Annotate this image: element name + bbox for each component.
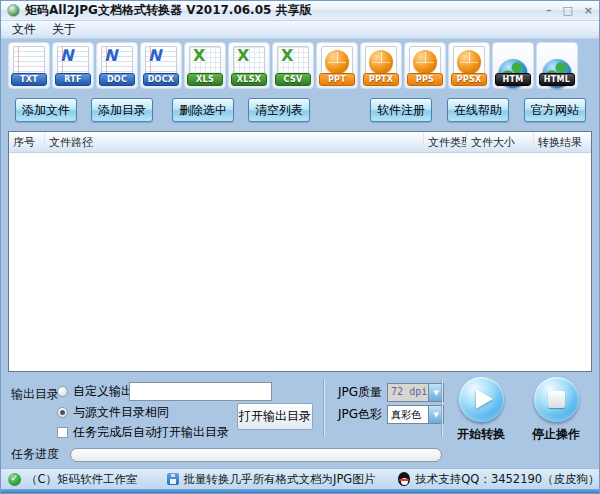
radio-same-directory[interactable] (57, 407, 68, 418)
separator (323, 379, 324, 437)
format-label: PPTX (363, 73, 399, 86)
file-list-body[interactable] (9, 153, 591, 371)
jpg-color-value: 真彩色 (388, 406, 428, 423)
format-label: HTML (539, 73, 575, 86)
format-label: PPS (407, 73, 443, 86)
start-convert-label: 开始转换 (457, 426, 505, 443)
description-text: 批量转换几乎所有格式文档为JPG图片 (184, 472, 376, 487)
format-label: PPSX (451, 73, 487, 86)
jpg-quality-value: 72 dpi (388, 384, 428, 401)
stop-operation-button[interactable] (534, 377, 579, 422)
file-list-table[interactable]: 序号 文件路径 文件类型 文件大小 转换结果 (8, 131, 592, 372)
support-text: 技术支持QQ：3452190（皮皮狗） (415, 472, 599, 487)
status-support: 技术支持QQ：3452190（皮皮狗） (398, 472, 599, 487)
settings-strip: 输出目录 自定义输出目录 与源文件目录相同 任务完成后自动打开输出目录 打开输出… (1, 372, 599, 444)
format-button-pps[interactable]: PPS (404, 42, 446, 89)
check-badge-icon (8, 473, 21, 486)
radio-custom-output[interactable] (57, 386, 68, 397)
format-glyph: N (60, 47, 73, 65)
list-action-group: 添加文件 添加目录 删除选中 清空列表 (15, 98, 310, 122)
format-button-pptx[interactable]: PPTX (360, 42, 402, 89)
jpg-color-dropdown[interactable]: 真彩色 ▼ (387, 405, 444, 424)
format-label: XLSX (231, 73, 267, 86)
output-directory-label: 输出目录 (11, 386, 59, 403)
format-label: HTM (495, 73, 531, 86)
menu-about[interactable]: 关于 (44, 20, 84, 39)
auto-open-checkbox-row[interactable]: 任务完成后自动打开输出目录 (57, 424, 229, 441)
online-help-button[interactable]: 在线帮助 (447, 98, 509, 122)
jpg-color-label: JPG色彩 (338, 406, 382, 423)
status-description: 批量转换几乎所有格式文档为JPG图片 (167, 472, 376, 487)
window-controls: – □ × (546, 5, 593, 16)
format-label: TXT (11, 73, 47, 86)
format-button-ppt[interactable]: PPT (316, 42, 358, 89)
custom-output-path-input[interactable] (129, 382, 272, 401)
file-list-header: 序号 文件路径 文件类型 文件大小 转换结果 (9, 132, 591, 153)
jpg-quality-dropdown[interactable]: 72 dpi ▼ (387, 383, 444, 402)
column-header-type[interactable]: 文件类型 (424, 132, 467, 152)
format-toolbar: TXT N RTF N DOC N DOCX X XLS X XLSX X CS… (1, 39, 599, 91)
format-glyph: X (237, 47, 249, 65)
app-icon (7, 4, 20, 17)
stop-icon (548, 391, 565, 408)
add-file-button[interactable]: 添加文件 (15, 98, 77, 122)
auto-open-checkbox-label: 任务完成后自动打开输出目录 (73, 424, 229, 441)
maximize-icon[interactable]: □ (562, 5, 572, 16)
window-title: 矩码All2JPG文档格式转换器 V2017.06.05 共享版 (25, 2, 312, 19)
same-directory-radio-row[interactable]: 与源文件目录相同 (57, 404, 169, 421)
format-label: DOC (99, 73, 135, 86)
task-progress-row: 任务进度 (1, 444, 599, 463)
menu-file[interactable]: 文件 (4, 20, 44, 39)
format-label: DOCX (143, 73, 179, 86)
task-progress-label: 任务进度 (11, 446, 59, 463)
pie-chart-icon (457, 50, 481, 74)
format-button-htm[interactable]: HTM (492, 42, 534, 89)
format-button-doc[interactable]: N DOC (96, 42, 138, 89)
format-label: PPT (319, 73, 355, 86)
status-copyright: （C）矩码软件工作室 (8, 472, 138, 487)
format-glyph: N (148, 47, 161, 65)
format-glyph: X (281, 47, 293, 65)
format-button-docx[interactable]: N DOCX (140, 42, 182, 89)
auto-open-checkbox[interactable] (57, 427, 68, 438)
jpg-quality-row: JPG质量 72 dpi ▼ (338, 383, 444, 402)
format-label: CSV (275, 73, 311, 86)
title-bar: 矩码All2JPG文档格式转换器 V2017.06.05 共享版 – □ × (1, 1, 599, 21)
format-glyph: N (104, 47, 117, 65)
format-label: RTF (55, 73, 91, 86)
column-header-path[interactable]: 文件路径 (45, 132, 424, 152)
format-button-txt[interactable]: TXT (8, 42, 50, 89)
qq-penguin-icon (398, 472, 410, 486)
software-register-button[interactable]: 软件注册 (370, 98, 432, 122)
pie-chart-icon (325, 50, 349, 74)
add-directory-button[interactable]: 添加目录 (91, 98, 153, 122)
separator (441, 379, 442, 437)
column-header-result[interactable]: 转换结果 (534, 132, 591, 152)
open-output-directory-button[interactable]: 打开输出目录 (237, 403, 313, 430)
format-button-ppsx[interactable]: PPSX (448, 42, 490, 89)
app-window: 矩码All2JPG文档格式转换器 V2017.06.05 共享版 – □ × 文… (0, 0, 600, 494)
format-glyph: X (193, 47, 205, 65)
format-button-rtf[interactable]: N RTF (52, 42, 94, 89)
close-icon[interactable]: × (584, 5, 593, 16)
delete-selected-button[interactable]: 删除选中 (172, 98, 234, 122)
minimize-icon[interactable]: – (546, 5, 552, 16)
radio-same-directory-label: 与源文件目录相同 (73, 404, 169, 421)
window-bottom-edge (1, 489, 599, 493)
column-header-index[interactable]: 序号 (9, 132, 45, 152)
menu-bar: 文件 关于 (1, 21, 599, 39)
format-button-html[interactable]: HTML (536, 42, 578, 89)
clear-list-button[interactable]: 清空列表 (248, 98, 310, 122)
column-header-size[interactable]: 文件大小 (467, 132, 534, 152)
pie-chart-icon (369, 50, 393, 74)
start-convert-button[interactable] (459, 377, 504, 422)
format-button-xls[interactable]: X XLS (184, 42, 226, 89)
format-label: XLS (187, 73, 223, 86)
stop-operation-group: 停止操作 (527, 377, 585, 443)
jpg-color-row: JPG色彩 真彩色 ▼ (338, 405, 444, 424)
format-button-csv[interactable]: X CSV (272, 42, 314, 89)
pie-chart-icon (413, 50, 437, 74)
start-convert-group: 开始转换 (452, 377, 510, 443)
format-button-xlsx[interactable]: X XLSX (228, 42, 270, 89)
official-website-button[interactable]: 官方网站 (524, 98, 586, 122)
